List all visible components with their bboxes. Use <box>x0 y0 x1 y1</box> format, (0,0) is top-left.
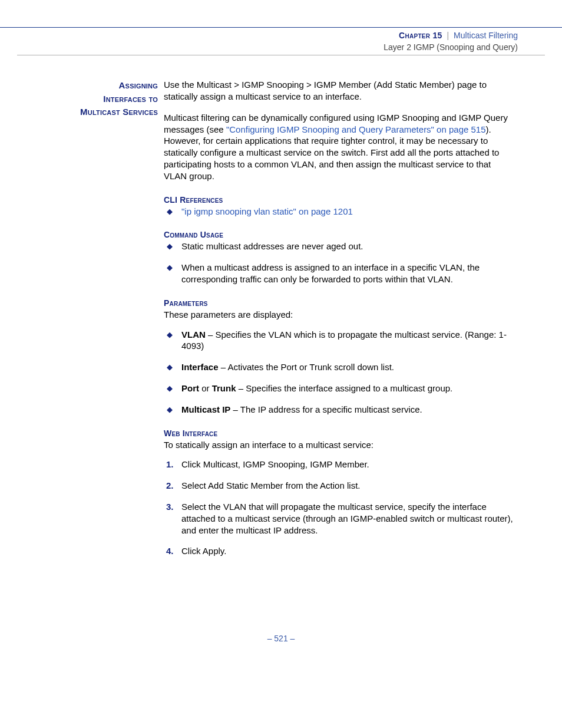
link-configuring-igmp[interactable]: "Configuring IGMP Snooping and Query Par… <box>226 124 486 134</box>
header-rule <box>17 55 545 55</box>
section-side-title: Assigning Interfaces to Multicast Servic… <box>0 79 158 119</box>
param-port-trunk-desc: – Specifies the interface assigned to a … <box>236 383 453 393</box>
step-2: Select Add Static Member from the Action… <box>164 480 515 492</box>
usage-item-1: Static multicast addresses are never age… <box>164 241 515 252</box>
link-ip-igmp-snooping[interactable]: "ip igmp snooping vlan static" on page 1… <box>181 206 353 216</box>
heading-cli-references: CLI References <box>164 195 515 205</box>
step-1: Click Multicast, IGMP Snooping, IGMP Mem… <box>164 459 515 470</box>
body-column: Use the Multicast > IGMP Snooping > IGMP… <box>164 79 515 557</box>
param-trunk-name: Trunk <box>212 383 236 393</box>
param-vlan: VLAN – Specifies the VLAN which is to pr… <box>164 329 515 353</box>
side-title-line1: Assigning <box>119 80 158 90</box>
parameters-list: VLAN – Specifies the VLAN which is to pr… <box>164 329 515 416</box>
web-interface-steps: Click Multicast, IGMP Snooping, IGMP Mem… <box>164 459 515 557</box>
param-multicast-ip-desc: – The IP address for a specific multicas… <box>230 404 422 414</box>
header-separator: | <box>445 31 452 40</box>
cli-ref-item: "ip igmp snooping vlan static" on page 1… <box>164 206 515 218</box>
param-vlan-name: VLAN <box>181 330 206 340</box>
chapter-topic: Multicast Filtering <box>454 31 518 40</box>
parameters-intro: These parameters are displayed: <box>164 309 515 321</box>
param-port-name: Port <box>181 383 199 393</box>
content: Assigning Interfaces to Multicast Servic… <box>0 79 515 557</box>
usage-item-2: When a multicast address is assigned to … <box>164 262 515 285</box>
intro-paragraph-2: Multicast filtering can be dynamically c… <box>164 112 515 182</box>
param-multicast-ip-name: Multicast IP <box>181 404 230 414</box>
header-subtitle: Layer 2 IGMP (Snooping and Query) <box>0 42 518 54</box>
param-multicast-ip: Multicast IP – The IP address for a spec… <box>164 404 515 416</box>
command-usage-list: Static multicast addresses are never age… <box>164 241 515 285</box>
web-interface-intro: To statically assign an interface to a m… <box>164 439 515 451</box>
page-header: Chapter 15 | Multicast Filtering Layer 2… <box>0 28 562 53</box>
param-interface-desc: – Activates the Port or Trunk scroll dow… <box>219 362 394 372</box>
chapter-label: Chapter 15 <box>399 31 442 40</box>
cli-references-list: "ip igmp snooping vlan static" on page 1… <box>164 206 515 218</box>
step-3: Select the VLAN that will propagate the … <box>164 501 515 536</box>
step-4: Click Apply. <box>164 545 515 557</box>
side-title-line2: Interfaces to <box>103 94 158 104</box>
page-number: – 521 – <box>0 634 562 667</box>
param-port-or: or <box>199 383 212 393</box>
param-interface-name: Interface <box>181 362 219 372</box>
heading-command-usage: Command Usage <box>164 230 515 239</box>
param-interface: Interface – Activates the Port or Trunk … <box>164 361 515 373</box>
param-port-trunk: Port or Trunk – Specifies the interface … <box>164 383 515 394</box>
heading-web-interface: Web Interface <box>164 429 515 438</box>
param-vlan-desc: – Specifies the VLAN which is to propaga… <box>181 330 507 351</box>
intro-paragraph-1: Use the Multicast > IGMP Snooping > IGMP… <box>164 79 515 103</box>
heading-parameters: Parameters <box>164 298 515 308</box>
side-title-line3: Multicast Services <box>80 107 158 117</box>
